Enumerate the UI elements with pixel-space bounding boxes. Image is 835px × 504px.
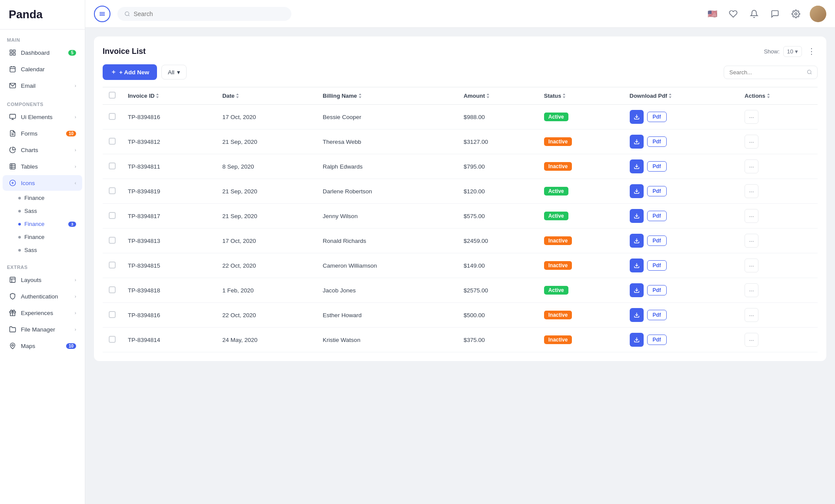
row-actions: ··· xyxy=(738,303,818,328)
ellipsis-icon: ··· xyxy=(749,139,754,145)
sidebar-item-forms[interactable]: Forms 10 xyxy=(3,126,82,141)
th-billing-name[interactable]: Billing Name xyxy=(317,87,458,105)
pdf-button[interactable]: Pdf xyxy=(647,310,667,320)
sidebar-item-icons[interactable]: Icons ‹ xyxy=(3,175,82,191)
table-row: TP-8394811 8 Sep, 2020 Ralph Edwards $79… xyxy=(103,154,818,179)
message-icon[interactable] xyxy=(768,7,782,21)
sidebar-item-experiences[interactable]: Experiences › xyxy=(3,305,82,321)
filter-label: All xyxy=(168,69,174,76)
svg-rect-1 xyxy=(13,50,15,52)
flag-icon[interactable]: 🇺🇸 xyxy=(705,7,719,21)
table-search-box[interactable] xyxy=(724,66,818,79)
download-actions: Pdf xyxy=(630,308,733,322)
download-button[interactable] xyxy=(630,259,644,272)
header-search-input[interactable] xyxy=(134,10,284,17)
download-button[interactable] xyxy=(630,159,644,173)
actions-button[interactable]: ··· xyxy=(745,333,758,347)
sidebar-item-charts[interactable]: Charts › xyxy=(3,142,82,158)
pdf-button[interactable]: Pdf xyxy=(647,335,667,345)
settings-icon[interactable] xyxy=(789,7,803,21)
pdf-button[interactable]: Pdf xyxy=(647,211,667,221)
sidebar-item-dashboard[interactable]: Dashboard 5 xyxy=(3,45,82,60)
pdf-button[interactable]: Pdf xyxy=(647,285,667,295)
row-checkbox[interactable] xyxy=(109,138,116,145)
row-amount: $988.00 xyxy=(458,105,538,129)
sidebar-item-calendar[interactable]: Calendar xyxy=(3,61,82,77)
row-checkbox[interactable] xyxy=(109,262,116,269)
download-icon xyxy=(634,287,640,293)
row-checkbox[interactable] xyxy=(109,286,116,293)
row-checkbox[interactable] xyxy=(109,187,116,194)
download-button[interactable] xyxy=(630,308,644,322)
sidebar-item-layouts[interactable]: Layouts › xyxy=(3,272,82,288)
sidebar-subitem-sass1[interactable]: Sass xyxy=(8,205,82,217)
sidebar-subitem-finance1[interactable]: Finance xyxy=(8,192,82,204)
actions-button[interactable]: ··· xyxy=(745,209,758,223)
th-download-pdf[interactable]: Download Pdf xyxy=(624,87,739,105)
pdf-button[interactable]: Pdf xyxy=(647,235,667,246)
download-button[interactable] xyxy=(630,110,644,124)
row-checkbox[interactable] xyxy=(109,113,116,120)
add-new-button[interactable]: ＋ + Add New xyxy=(103,64,157,80)
download-button[interactable] xyxy=(630,184,644,198)
header-search-box[interactable] xyxy=(117,7,291,21)
th-status[interactable]: Status xyxy=(538,87,624,105)
th-invoice-id[interactable]: Invoice ID xyxy=(122,87,216,105)
pdf-button[interactable]: Pdf xyxy=(647,112,667,122)
row-checkbox[interactable] xyxy=(109,162,116,169)
sidebar-item-email[interactable]: Email › xyxy=(3,78,82,93)
sidebar-subitem-finance2[interactable]: Finance 3 xyxy=(8,218,82,230)
table-row: TP-8394812 21 Sep, 2020 Theresa Webb $31… xyxy=(103,129,818,154)
row-checkbox[interactable] xyxy=(109,237,116,244)
actions-button[interactable]: ··· xyxy=(745,234,758,248)
sidebar-item-file-manager[interactable]: File Manager › xyxy=(3,322,82,337)
svg-point-33 xyxy=(807,70,811,73)
download-button[interactable] xyxy=(630,135,644,149)
pdf-button[interactable]: Pdf xyxy=(647,186,667,196)
filter-button[interactable]: All ▾ xyxy=(161,65,187,80)
row-checkbox-cell xyxy=(103,278,122,303)
sidebar-item-label: Email xyxy=(21,83,70,89)
actions-button[interactable]: ··· xyxy=(745,308,758,322)
sidebar-subitem-finance3[interactable]: Finance xyxy=(8,231,82,243)
actions-button[interactable]: ··· xyxy=(745,110,758,124)
row-billing-name: Jenny Wilson xyxy=(317,204,458,229)
download-button[interactable] xyxy=(630,234,644,248)
row-status: Active xyxy=(538,179,624,204)
th-amount[interactable]: Amount xyxy=(458,87,538,105)
actions-button[interactable]: ··· xyxy=(745,135,758,149)
bell-icon[interactable] xyxy=(747,7,761,21)
download-button[interactable] xyxy=(630,333,644,347)
sidebar-item-ui-elements[interactable]: Ui Elements › xyxy=(3,109,82,125)
row-checkbox[interactable] xyxy=(109,336,116,343)
pdf-button[interactable]: Pdf xyxy=(647,161,667,172)
pdf-button[interactable]: Pdf xyxy=(647,260,667,271)
actions-button[interactable]: ··· xyxy=(745,259,758,272)
th-date[interactable]: Date xyxy=(216,87,317,105)
row-checkbox[interactable] xyxy=(109,311,116,318)
sidebar-item-maps[interactable]: Maps 10 xyxy=(3,338,82,354)
actions-button[interactable]: ··· xyxy=(745,159,758,173)
sidebar-item-label: Layouts xyxy=(21,277,70,283)
sidebar-item-authentication[interactable]: Authentication › xyxy=(3,288,82,304)
download-button[interactable] xyxy=(630,283,644,297)
search-icon xyxy=(124,11,130,17)
user-avatar[interactable] xyxy=(810,6,826,22)
row-invoice-id: TP-8394811 xyxy=(122,154,216,179)
sidebar-item-tables[interactable]: Tables › xyxy=(3,159,82,174)
actions-button[interactable]: ··· xyxy=(745,283,758,297)
sidebar-subitem-sass2[interactable]: Sass xyxy=(8,244,82,256)
row-checkbox[interactable] xyxy=(109,212,116,219)
download-button[interactable] xyxy=(630,209,644,223)
table-search-input[interactable] xyxy=(729,69,803,76)
select-all-checkbox[interactable] xyxy=(109,92,116,99)
more-options-button[interactable]: ⋮ xyxy=(805,45,818,57)
sort-icon xyxy=(236,93,239,98)
actions-button[interactable]: ··· xyxy=(745,184,758,198)
menu-button[interactable] xyxy=(94,6,110,22)
pdf-button[interactable]: Pdf xyxy=(647,136,667,147)
th-actions[interactable]: Actions xyxy=(738,87,818,105)
show-select[interactable]: 10 ▾ xyxy=(783,46,802,57)
heart-icon[interactable] xyxy=(726,7,740,21)
sort-icon xyxy=(487,93,489,98)
